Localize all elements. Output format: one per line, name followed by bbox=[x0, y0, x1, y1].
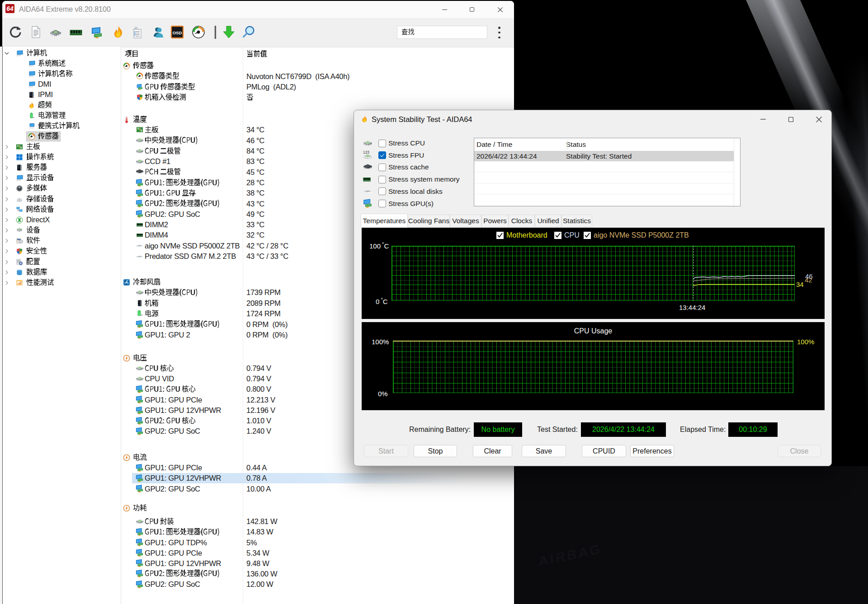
svg-text:123: 123 bbox=[363, 150, 369, 155]
svg-text:OSD: OSD bbox=[173, 30, 182, 35]
